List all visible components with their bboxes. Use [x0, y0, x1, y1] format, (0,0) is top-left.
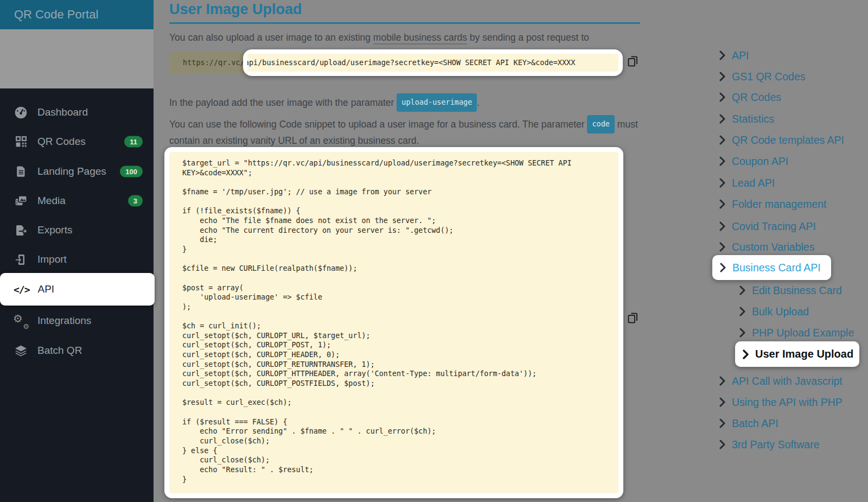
chevron-right-icon — [719, 418, 726, 428]
sidebar-item-exports[interactable]: Exports — [0, 215, 154, 245]
toc-item-gs1-qr-codes[interactable]: GS1 QR Codes — [719, 68, 805, 85]
chevron-right-icon — [719, 376, 726, 386]
toc-item-coupon-api[interactable]: Coupon API — [719, 153, 788, 169]
toc-item-covid-tracing-api[interactable]: Covid Tracing API — [719, 218, 816, 234]
toc-label: Covid Tracing API — [732, 220, 816, 233]
app-title[interactable]: QR Code Portal — [0, 0, 154, 29]
toc-label: Lead API — [732, 177, 775, 189]
chevron-right-icon — [719, 263, 726, 272]
toc-item-statistics[interactable]: Statistics — [719, 111, 774, 127]
export-icon — [14, 223, 28, 238]
sidebar-profile-panel — [0, 29, 154, 88]
toc-label: 3rd Party Software — [732, 439, 819, 451]
media-count-badge: 3 — [128, 195, 143, 207]
sidebar-item-dashboard[interactable]: Dashboard — [0, 98, 154, 127]
toc-item-user-image-upload[interactable]: User Image Upload — [735, 341, 859, 367]
sidebar-item-label: Dashboard — [37, 106, 88, 118]
snippet-paragraph: You can use the following Code snippet t… — [169, 115, 642, 148]
toc-item-folder-management[interactable]: Folder management — [719, 196, 827, 212]
copy-code-button[interactable] — [626, 311, 640, 325]
intro-text-before: You can also upload a user image to an e… — [169, 32, 373, 43]
toc-item-batch-api[interactable]: Batch API — [719, 415, 778, 431]
sidebar-item-label: Exports — [37, 224, 72, 236]
chevron-right-icon — [719, 92, 726, 102]
payload-text-after: . — [477, 97, 480, 108]
copy-url-button[interactable] — [626, 54, 640, 68]
toc-label: QR Codes — [732, 91, 781, 104]
sidebar-item-batch-qr[interactable]: Batch QR — [0, 336, 154, 365]
toc-label: Edit Business Card — [752, 284, 842, 297]
sidebar-item-label: API — [38, 283, 55, 295]
sidebar-item-qr-codes[interactable]: QR Codes 11 — [0, 127, 154, 156]
page-title: User Image Upload — [169, 1, 640, 24]
upload-userimage-chip: upload-userimage — [397, 93, 477, 112]
file-icon — [14, 164, 28, 179]
toc-item-api-call-with-javascript[interactable]: API Call with Javascript — [719, 373, 843, 389]
layers-icon — [14, 344, 28, 358]
sidebar-item-label: Batch QR — [37, 345, 82, 357]
payload-paragraph: In the payload add the user image with t… — [169, 93, 642, 112]
chevron-right-icon — [739, 285, 746, 295]
sidebar-item-import[interactable]: Import — [0, 245, 154, 274]
toc-label: Folder management — [732, 198, 827, 211]
sidebar: QR Code Portal Dashboard QR Codes 11 Lan… — [0, 0, 154, 502]
sidebar-item-label: QR Codes — [37, 136, 86, 148]
toc-item-php-upload-example[interactable]: PHP Upload Example — [739, 325, 854, 341]
landing-pages-count-badge: 100 — [120, 166, 143, 177]
toc-item-edit-business-card[interactable]: Edit Business Card — [739, 282, 842, 298]
toc-label: API — [732, 49, 749, 62]
toc-item-bulk-upload[interactable]: Bulk Upload — [739, 303, 809, 320]
toc-item-using-the-api-with-php[interactable]: Using the API with PHP — [719, 394, 843, 410]
toc-item-qr-codes[interactable]: QR Codes — [719, 89, 781, 105]
chevron-right-icon — [719, 72, 726, 81]
chevron-right-icon — [739, 307, 746, 316]
chevron-right-icon — [719, 135, 726, 145]
toc-label: Coupon API — [732, 155, 788, 168]
sidebar-item-integrations[interactable]: ⚙⚙ Integrations — [0, 306, 154, 335]
chevron-right-icon — [719, 156, 726, 166]
qr-codes-count-badge: 11 — [124, 136, 143, 148]
endpoint-url-text: https://qr.vc/api/businesscard/upload/us… — [247, 54, 618, 72]
qr-icon — [14, 135, 28, 149]
sidebar-item-label: Media — [37, 195, 66, 207]
toc-label: Business Card API — [732, 262, 821, 274]
mobile-business-cards-link[interactable]: mobile business cards — [373, 32, 467, 45]
sidebar-item-label: Integrations — [37, 315, 91, 327]
chevron-right-icon — [739, 328, 746, 338]
toc-item-lead-api[interactable]: Lead API — [719, 175, 775, 191]
sidebar-item-landing-pages[interactable]: Landing Pages 100 — [0, 157, 154, 186]
code-icon: </> — [14, 284, 30, 295]
chevron-right-icon — [719, 114, 726, 124]
chevron-right-icon — [719, 440, 726, 449]
toc-label: Using the API with PHP — [732, 396, 843, 409]
toc-label: GS1 QR Codes — [732, 71, 805, 83]
snippet-text-before: You can use the following Code snippet t… — [169, 119, 587, 130]
toc-label: User Image Upload — [755, 348, 853, 360]
toc-item-api[interactable]: API — [719, 47, 749, 63]
page: QR Code Portal Dashboard QR Codes 11 Lan… — [0, 0, 868, 502]
code-chip: code — [587, 115, 615, 134]
import-icon — [14, 252, 28, 267]
sidebar-item-api[interactable]: </> API — [0, 273, 155, 306]
toc-item-custom-variables[interactable]: Custom Variables — [719, 239, 814, 255]
chevron-right-icon — [719, 178, 726, 188]
toc-item-qr-code-templates-api[interactable]: QR Code templates API — [719, 132, 844, 148]
intro-paragraph: You can also upload a user image to an e… — [169, 30, 642, 45]
sidebar-item-label: Import — [37, 253, 67, 265]
gauge-icon — [14, 105, 28, 120]
toc-label: Custom Variables — [732, 241, 814, 253]
chevron-right-icon — [719, 397, 726, 407]
toc-item-business-card-api[interactable]: Business Card API — [712, 255, 831, 280]
toc-label: Batch API — [732, 417, 778, 430]
toc-label: QR Code templates API — [732, 134, 844, 147]
chevron-right-icon — [742, 350, 749, 359]
php-code: $target_url = "https://qr.vc/api/busines… — [169, 152, 618, 484]
toc-label: Statistics — [732, 113, 774, 125]
sidebar-item-media[interactable]: Media 3 — [0, 186, 154, 215]
code-snippet-block: $target_url = "https://qr.vc/api/busines… — [169, 152, 618, 493]
sidebar-item-label: Landing Pages — [37, 166, 106, 177]
chevron-right-icon — [719, 221, 726, 231]
endpoint-url-spotlight: https://qr.vc/api/businesscard/upload/us… — [243, 49, 623, 76]
toc-item-3rd-party-software[interactable]: 3rd Party Software — [719, 436, 819, 453]
toc-label: PHP Upload Example — [752, 327, 854, 339]
